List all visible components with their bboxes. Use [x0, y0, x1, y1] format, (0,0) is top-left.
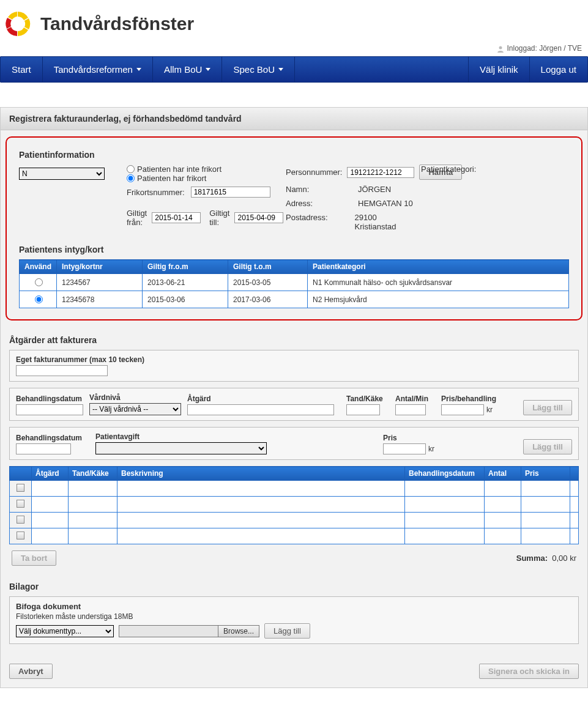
label-namn: Namn: [286, 185, 353, 194]
behandlingsdatum1-input[interactable] [16, 404, 83, 415]
section-title-atgarder: Åtgärder att fakturera [9, 333, 579, 350]
pris2-input[interactable] [383, 443, 426, 454]
intyg-table: Använd Intyg/kortnr Giltig fr.o.m Giltig… [19, 259, 569, 308]
atgard-items-table: Åtgärd Tand/Käke Beskrivning Behandlings… [9, 466, 579, 544]
radio-no-frikort[interactable]: Patienten har inte frikort [127, 165, 221, 174]
th-from: Giltig fr.o.m [143, 260, 228, 274]
label-tandkake: Tand/Käke [346, 395, 389, 403]
chevron-down-icon [206, 68, 210, 71]
atgard-row2-box: Behandlingsdatum Patientavgift Pris kr [9, 427, 579, 460]
intyg-row: 12345678 2015-03-06 2017-03-06 N2 Hemsju… [20, 291, 569, 308]
patientkategori-select[interactable]: N [19, 168, 105, 180]
add-atgard2-button[interactable]: Lägg till [523, 439, 572, 454]
section-bilagor: Bilagor Bifoga dokument Filstorleken mås… [1, 573, 587, 655]
giltigt-till-input[interactable] [234, 212, 283, 223]
item-row [10, 497, 579, 513]
label-bifoga: Bifoga dokument [16, 602, 572, 611]
giltigt-fran-input[interactable] [152, 212, 201, 223]
nav-start[interactable]: Start [1, 57, 43, 82]
summa-value: 0,00 kr [552, 554, 576, 563]
label-pris1: Pris/behandling [441, 395, 515, 403]
avbryt-button[interactable]: Avbryt [9, 664, 53, 679]
summa-label: Summa: [516, 554, 548, 563]
behandlingsdatum2-input[interactable] [16, 443, 71, 454]
vardniva-select[interactable]: -- Välj vårdnivå -- [89, 403, 181, 415]
label-behandlingsdatum2: Behandlingsdatum [16, 434, 89, 442]
highlight-region: Patientinformation Personnummer: Hämta P… [6, 136, 582, 320]
chevron-down-icon [136, 68, 141, 71]
label-behandlingsdatum1: Behandlingsdatum [16, 395, 83, 403]
user-icon [497, 45, 504, 53]
label-vardniva: Vårdnivå [89, 393, 181, 402]
browse-button[interactable]: Browse... [218, 626, 259, 637]
label-frikortsnummer: Frikortsnummer: [127, 188, 185, 197]
main-panel: Registrera fakturaunderlag, ej förhandsb… [0, 107, 588, 688]
bilagor-box: Bifoga dokument Filstorleken måste under… [9, 596, 579, 644]
patientavgift-select[interactable] [95, 442, 267, 454]
antalmin-input[interactable] [395, 404, 426, 415]
faktnr-input[interactable] [16, 365, 108, 376]
label-giltigt-fran: Giltigt från: [127, 209, 147, 227]
row-checkbox[interactable] [17, 532, 24, 539]
th-kat: Patientkategori [308, 260, 569, 274]
section-title-patientinfo: Patientinformation [19, 147, 569, 165]
atgard1-input[interactable] [187, 404, 334, 415]
row-checkbox[interactable] [17, 500, 24, 508]
intyg-radio-0[interactable] [35, 278, 43, 286]
section-intyg: Patientens intyg/kort Använd Intyg/kortn… [10, 236, 578, 313]
item-row [10, 513, 579, 528]
intyg-row: 1234567 2013-06-21 2015-03-05 N1 Kommuna… [20, 274, 569, 291]
panel-title: Registrera fakturaunderlag, ej förhandsb… [1, 108, 587, 130]
chevron-down-icon [278, 68, 283, 71]
faktnr-box: Eget fakturanummer (max 10 tecken) [9, 350, 579, 382]
section-atgarder: Åtgärder att fakturera Eget fakturanumme… [1, 327, 587, 573]
pris1-input[interactable] [441, 404, 484, 415]
signera-button[interactable]: Signera och skicka in [479, 664, 579, 679]
value-postadress: 29100 Kristianstad [355, 213, 417, 231]
label-atgard1: Åtgärd [187, 395, 340, 403]
main-nav: Start Tandvårdsreformen Allm BoU Spec Bo… [0, 56, 588, 83]
doc-type-select[interactable]: Välj dokumenttyp... [16, 625, 114, 637]
label-antalmin: Antal/Min [395, 395, 435, 403]
app-logo-icon [4, 10, 32, 38]
label-adress: Adress: [286, 199, 353, 208]
label-pris2: Pris [383, 434, 456, 442]
nav-spec-bou[interactable]: Spec BoU [222, 57, 295, 82]
atgard-row1-box: Behandlingsdatum Vårdnivå -- Välj vårdni… [9, 388, 579, 421]
th-anvand: Använd [20, 260, 57, 274]
login-status: Inloggad: Jörgen / TVE [0, 44, 588, 56]
label-postadress: Postadress: [286, 213, 350, 231]
nav-logga-ut[interactable]: Logga ut [529, 57, 587, 82]
radio-has-frikort[interactable]: Patienten har frikort [127, 174, 221, 183]
item-row [10, 528, 579, 544]
tandkake-input[interactable] [346, 404, 380, 415]
nav-reformen[interactable]: Tandvårdsreformen [43, 57, 153, 82]
label-personnummer: Personnummer: [286, 168, 342, 177]
th-tom: Giltig t.o.m [228, 260, 308, 274]
footer: Avbryt Signera och skicka in [1, 655, 587, 687]
section-title-intyg: Patientens intyg/kort [19, 242, 569, 259]
intyg-radio-1[interactable] [35, 295, 43, 303]
add-bilaga-button[interactable]: Lägg till [264, 623, 310, 639]
label-size-note: Filstorleken måste understiga 18MB [16, 612, 572, 621]
row-checkbox[interactable] [17, 516, 24, 524]
frikortsnummer-input[interactable] [191, 187, 270, 198]
personnummer-input[interactable] [347, 167, 414, 178]
section-title-bilagor: Bilagor [9, 579, 579, 596]
label-giltigt-till: Giltigt till: [209, 209, 229, 227]
app-title: Tandvårdsfönster [40, 13, 194, 34]
nav-allm-bou[interactable]: Allm BoU [153, 57, 223, 82]
value-namn: JÖRGEN [358, 185, 391, 194]
remove-button[interactable]: Ta bort [12, 550, 56, 566]
svg-point-0 [499, 46, 502, 49]
file-input[interactable]: Browse... [119, 625, 259, 637]
header: Tandvårdsfönster [0, 0, 588, 44]
nav-valj-klinik[interactable]: Välj klinik [468, 57, 529, 82]
add-atgard1-button[interactable]: Lägg till [523, 400, 572, 415]
value-adress: HEMGATAN 10 [358, 199, 413, 208]
th-nr: Intyg/kortnr [57, 260, 143, 274]
item-row [10, 481, 579, 497]
section-patientinfo: Patientinformation Personnummer: Hämta P… [10, 141, 578, 236]
row-checkbox[interactable] [17, 484, 24, 492]
label-patientkategori: Patientkategori: [421, 165, 476, 174]
